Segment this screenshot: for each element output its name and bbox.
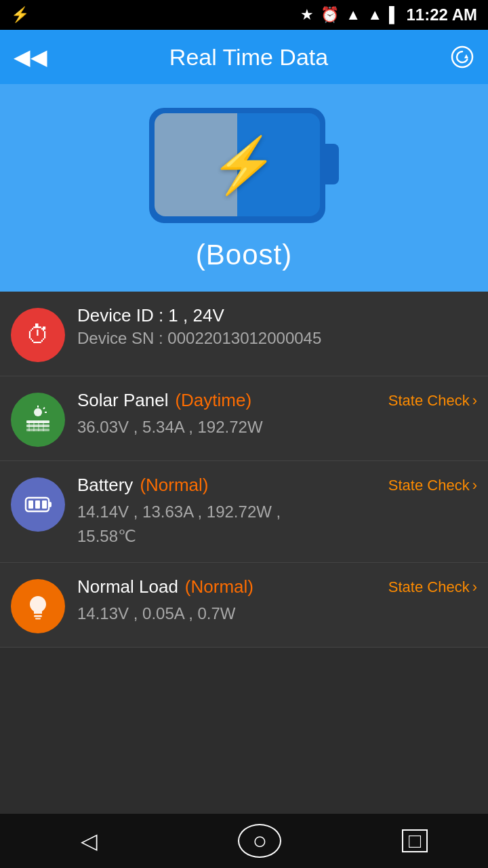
nav-bar: ◁ ○ □ bbox=[0, 814, 488, 868]
battery-content: Battery (Normal) State Check › 14.14V , … bbox=[77, 475, 477, 549]
load-state-check-label: State Check bbox=[388, 578, 470, 596]
svg-rect-15 bbox=[28, 500, 33, 509]
solar-state-check-label: State Check bbox=[388, 392, 470, 410]
load-chevron-icon: › bbox=[472, 578, 477, 596]
device-section: ⏱ Device ID : 1 , 24V Device SN : 000220… bbox=[0, 292, 488, 376]
bluetooth-icon: ★ bbox=[300, 6, 314, 24]
device-id-label: Device ID : 1 , 24V bbox=[77, 305, 477, 326]
load-values: 14.13V , 0.05A , 0.7W bbox=[77, 601, 477, 626]
stopwatch-icon: ⏱ bbox=[26, 321, 50, 349]
load-title-row: Normal Load (Normal) State Check › bbox=[77, 576, 477, 597]
svg-rect-18 bbox=[34, 615, 42, 617]
battery-icon: ▌ bbox=[389, 6, 400, 24]
device-icon-circle: ⏱ bbox=[11, 308, 65, 362]
status-time: 11:22 AM bbox=[407, 5, 477, 24]
svg-rect-17 bbox=[42, 500, 47, 509]
lightning-icon: ⚡ bbox=[11, 6, 29, 24]
normal-load-section: Normal Load (Normal) State Check › 14.13… bbox=[0, 563, 488, 648]
solar-content: Solar Panel (Daytime) State Check › 36.0… bbox=[77, 390, 477, 439]
alarm-icon: ⏰ bbox=[321, 6, 339, 24]
lightbulb-icon bbox=[22, 591, 54, 622]
svg-marker-1 bbox=[464, 54, 468, 58]
home-nav-button[interactable]: ○ bbox=[238, 824, 281, 858]
refresh-button[interactable] bbox=[450, 45, 474, 69]
battery-status: (Normal) bbox=[140, 475, 208, 496]
bolt-icon: ⚡ bbox=[210, 138, 278, 193]
status-left: ⚡ bbox=[11, 6, 29, 24]
wifi-icon: ▲ bbox=[346, 6, 361, 24]
battery-title: Battery bbox=[77, 475, 133, 496]
battery-chevron-icon: › bbox=[472, 477, 477, 494]
solar-state-check-button[interactable]: State Check › bbox=[388, 392, 477, 410]
app-bar-title: Real Time Data bbox=[169, 44, 328, 71]
solar-panel-section: Solar Panel (Daytime) State Check › 36.0… bbox=[0, 376, 488, 461]
status-bar: ⚡ ★ ⏰ ▲ ▲ ▌ 11:22 AM bbox=[0, 0, 488, 30]
refresh-icon bbox=[450, 45, 474, 69]
svg-rect-8 bbox=[26, 429, 49, 431]
svg-rect-14 bbox=[49, 502, 52, 507]
solar-title: Solar Panel bbox=[77, 390, 168, 411]
battery-values: 14.14V , 13.63A , 192.72W , 15.58℃ bbox=[77, 500, 477, 549]
device-content: Device ID : 1 , 24V Device SN : 00022013… bbox=[77, 305, 477, 348]
solar-icon-circle bbox=[11, 393, 65, 447]
load-title: Normal Load bbox=[77, 576, 178, 597]
recent-nav-button[interactable]: □ bbox=[402, 829, 428, 852]
svg-line-4 bbox=[43, 408, 45, 409]
solar-status: (Daytime) bbox=[175, 390, 251, 411]
app-bar: ◀◀ Real Time Data bbox=[0, 30, 488, 84]
back-nav-button[interactable]: ◁ bbox=[60, 821, 118, 861]
back-button[interactable]: ◀◀ bbox=[14, 44, 47, 70]
load-status: (Normal) bbox=[185, 576, 253, 597]
battery-title-row: Battery (Normal) State Check › bbox=[77, 475, 477, 496]
load-state-check-button[interactable]: State Check › bbox=[388, 578, 477, 596]
load-icon-circle bbox=[11, 579, 65, 633]
battery-animation: ⚡ bbox=[149, 104, 339, 226]
svg-point-0 bbox=[452, 47, 472, 67]
solar-title-row: Solar Panel (Daytime) State Check › bbox=[77, 390, 477, 411]
status-right: ★ ⏰ ▲ ▲ ▌ 11:22 AM bbox=[300, 5, 477, 24]
battery-sm-icon bbox=[23, 490, 53, 519]
battery-icon-circle bbox=[11, 477, 65, 532]
svg-rect-16 bbox=[35, 500, 40, 509]
battery-section: Battery (Normal) State Check › 14.14V , … bbox=[0, 461, 488, 563]
boost-label: (Boost) bbox=[196, 239, 292, 271]
svg-point-2 bbox=[34, 408, 42, 416]
battery-state-check-button[interactable]: State Check › bbox=[388, 477, 477, 494]
battery-state-check-label: State Check bbox=[388, 477, 470, 494]
battery-terminal bbox=[324, 144, 339, 184]
svg-rect-7 bbox=[26, 425, 49, 427]
svg-rect-19 bbox=[35, 618, 41, 620]
hero-section: ⚡ (Boost) bbox=[0, 84, 488, 292]
signal-icon: ▲ bbox=[367, 6, 382, 24]
solar-values: 36.03V , 5.34A , 192.72W bbox=[77, 415, 477, 439]
load-content: Normal Load (Normal) State Check › 14.13… bbox=[77, 576, 477, 626]
solar-chevron-icon: › bbox=[472, 392, 477, 410]
solar-panel-icon bbox=[22, 404, 54, 435]
device-sn-label: Device SN : 00022013012000045 bbox=[77, 329, 477, 348]
svg-rect-6 bbox=[26, 420, 49, 423]
